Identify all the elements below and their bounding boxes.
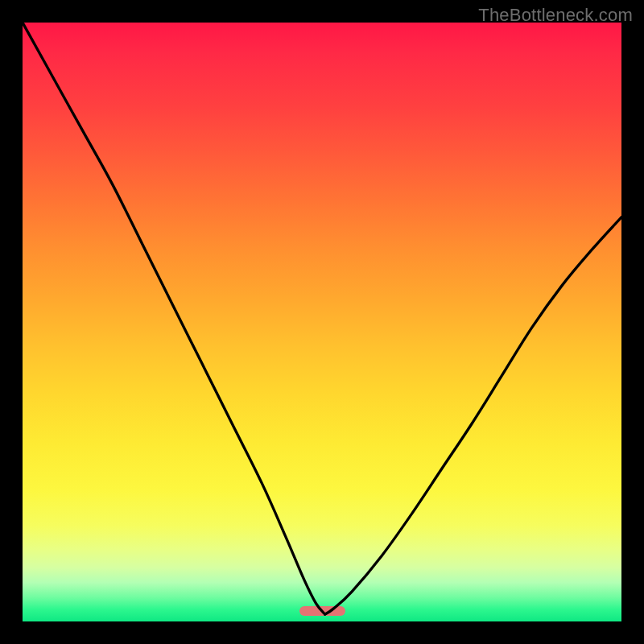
plot-frame [23,23,621,621]
right-curve-path [325,217,621,614]
watermark-text: TheBottleneck.com [478,5,633,26]
left-curve-path [23,23,325,614]
curves-svg [23,23,621,621]
chart-root: TheBottleneck.com [0,0,644,644]
